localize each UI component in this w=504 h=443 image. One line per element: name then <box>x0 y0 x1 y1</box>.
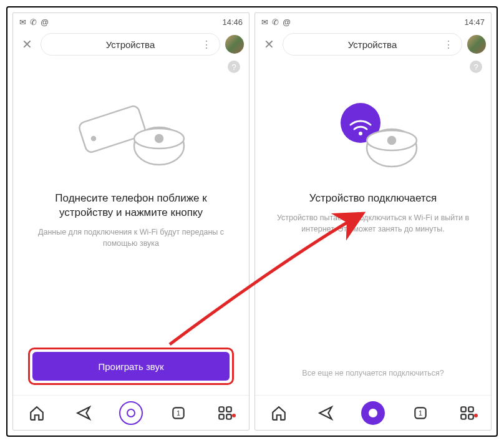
svg-rect-8 <box>226 407 231 412</box>
at-icon: @ <box>41 17 49 27</box>
close-button[interactable]: ✕ <box>260 36 278 53</box>
status-bar: ✉ ✆ @ 14:46 <box>13 13 249 31</box>
svg-rect-7 <box>219 407 224 412</box>
phone-right: ✉ ✆ @ 14:47 ✕ Устройства ⋮ ? <box>254 12 492 431</box>
content-area: ? Поднесите телефон поб <box>13 58 249 395</box>
alice-icon[interactable] <box>361 401 385 425</box>
subtext: Устройство пытается подключиться к Wi-Fi… <box>270 212 476 235</box>
svg-rect-18 <box>461 407 466 412</box>
play-sound-button[interactable]: Проиграть звук <box>32 352 230 381</box>
svg-point-4 <box>155 135 163 142</box>
heading: Устройство подключается <box>306 192 440 206</box>
more-icon[interactable]: ⋮ <box>201 39 212 51</box>
whatsapp-icon: ✆ <box>30 17 37 27</box>
close-button[interactable]: ✕ <box>18 36 36 53</box>
notification-dot <box>474 414 478 417</box>
status-bar: ✉ ✆ @ 14:47 <box>255 13 491 31</box>
help-icon[interactable]: ? <box>228 61 240 73</box>
at-icon: @ <box>283 17 291 27</box>
avatar[interactable] <box>225 35 244 54</box>
nav-bar: ✕ Устройства ⋮ <box>255 31 491 58</box>
status-time: 14:47 <box>464 17 485 27</box>
home-icon[interactable] <box>24 405 49 421</box>
alice-icon[interactable] <box>119 401 143 425</box>
svg-point-12 <box>359 132 362 135</box>
troubleshoot-link[interactable]: Все еще не получается подключиться? <box>302 369 443 377</box>
phone-row: ✉ ✆ @ 14:46 ✕ Устройства ⋮ ? <box>7 7 497 436</box>
whatsapp-icon: ✆ <box>272 17 279 27</box>
nav-bar: ✕ Устройства ⋮ <box>13 31 249 58</box>
send-icon[interactable] <box>313 405 338 421</box>
svg-point-15 <box>388 137 395 144</box>
tabs-icon[interactable]: 1 <box>166 405 191 421</box>
send-icon[interactable] <box>71 405 96 421</box>
menu-icon[interactable] <box>213 405 238 421</box>
tabs-icon[interactable]: 1 <box>408 405 433 421</box>
svg-rect-20 <box>461 414 466 419</box>
status-time: 14:46 <box>222 17 243 27</box>
svg-rect-9 <box>219 414 224 419</box>
page-title: Устройства <box>348 39 397 50</box>
outer-frame: ✉ ✆ @ 14:46 ✕ Устройства ⋮ ? <box>6 6 498 437</box>
svg-rect-10 <box>226 414 231 419</box>
content-area: ? <box>255 58 491 395</box>
page-title-pill[interactable]: Устройства ⋮ <box>41 33 220 56</box>
page-title: Устройства <box>106 39 155 50</box>
svg-point-1 <box>92 137 95 140</box>
menu-icon[interactable] <box>455 405 480 421</box>
avatar[interactable] <box>467 35 486 54</box>
svg-text:1: 1 <box>419 409 422 417</box>
svg-rect-21 <box>468 414 473 419</box>
more-icon[interactable]: ⋮ <box>443 39 454 51</box>
svg-text:1: 1 <box>177 409 180 417</box>
page-title-pill[interactable]: Устройства ⋮ <box>283 33 462 56</box>
mail-icon: ✉ <box>261 17 268 27</box>
illustration-wifi-speaker <box>311 92 435 179</box>
notification-dot <box>232 414 236 417</box>
heading: Поднесите телефон поближе к устройству и… <box>28 192 234 220</box>
bottom-nav: 1 <box>13 395 249 430</box>
phone-left: ✉ ✆ @ 14:46 ✕ Устройства ⋮ ? <box>12 12 250 431</box>
highlight-box: Проиграть звук <box>28 348 234 385</box>
home-icon[interactable] <box>266 405 291 421</box>
subtext: Данные для подключения к Wi-Fi будут пер… <box>28 226 234 249</box>
help-icon[interactable]: ? <box>470 61 482 73</box>
svg-rect-19 <box>468 407 473 412</box>
bottom-nav: 1 <box>255 395 491 430</box>
illustration-phone-speaker <box>69 92 193 179</box>
mail-icon: ✉ <box>19 17 26 27</box>
